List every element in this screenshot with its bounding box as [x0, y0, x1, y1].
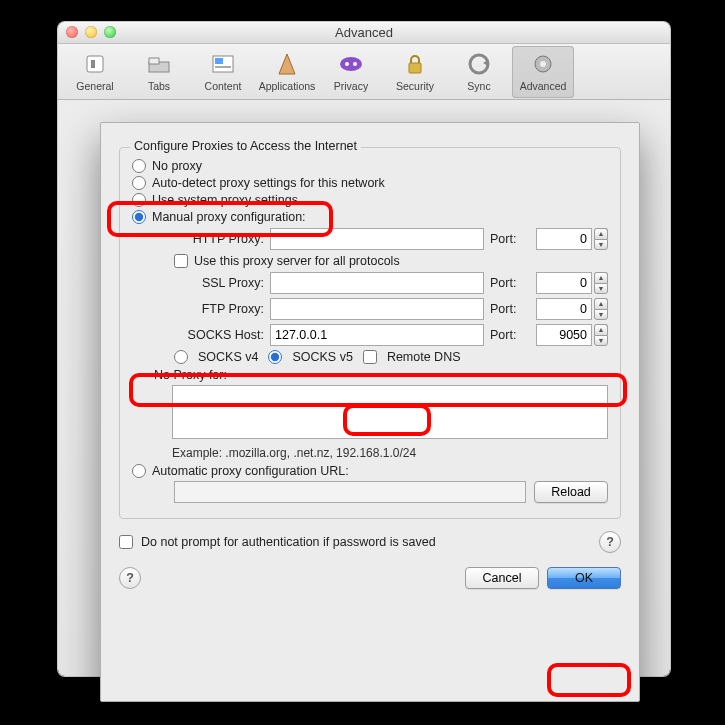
help-button[interactable]: ? — [599, 531, 621, 553]
cancel-button[interactable]: Cancel — [465, 567, 539, 589]
preferences-toolbar: General Tabs Content Applications Privac… — [58, 44, 670, 100]
radio-no-proxy[interactable] — [132, 159, 146, 173]
radio-system-proxy[interactable] — [132, 193, 146, 207]
question-mark-icon: ? — [606, 535, 614, 549]
window-titlebar: Advanced — [58, 22, 670, 44]
input-http-port[interactable] — [536, 228, 592, 250]
minimize-window-button[interactable] — [85, 26, 97, 38]
question-mark-icon: ? — [126, 571, 134, 585]
svg-point-15 — [540, 61, 546, 67]
input-ftp-proxy[interactable] — [270, 298, 484, 320]
input-ssl-proxy[interactable] — [270, 272, 484, 294]
connection-settings-dialog: Configure Proxies to Access the Internet… — [100, 122, 640, 702]
proxy-groupbox: Configure Proxies to Access the Internet… — [119, 147, 621, 519]
input-ssl-port[interactable] — [536, 272, 592, 294]
input-socks-port[interactable] — [536, 324, 592, 346]
checkbox-remote-dns[interactable] — [363, 350, 377, 364]
switch-icon — [79, 48, 111, 80]
label-ftp-port: Port: — [490, 302, 530, 316]
label-system-proxy: Use system proxy settings — [152, 193, 298, 207]
label-ssl-proxy: SSL Proxy: — [172, 276, 264, 290]
gear-icon — [527, 48, 559, 80]
label-socks-v5: SOCKS v5 — [292, 350, 352, 364]
svg-point-9 — [345, 62, 349, 66]
textarea-no-proxy-for[interactable] — [172, 385, 608, 439]
input-socks-host[interactable] — [270, 324, 484, 346]
input-ftp-port[interactable] — [536, 298, 592, 320]
stepper-ssl-port[interactable]: ▲▼ — [594, 272, 608, 294]
label-use-for-all: Use this proxy server for all protocols — [194, 254, 400, 268]
ok-button[interactable]: OK — [547, 567, 621, 589]
svg-point-8 — [340, 57, 362, 71]
stepper-ftp-port[interactable]: ▲▼ — [594, 298, 608, 320]
example-hint: Example: .mozilla.org, .net.nz, 192.168.… — [172, 446, 608, 460]
input-http-proxy[interactable] — [270, 228, 484, 250]
toolbar-tabs[interactable]: Tabs — [128, 46, 190, 98]
svg-point-10 — [353, 62, 357, 66]
label-ssl-port: Port: — [490, 276, 530, 290]
label-no-proxy: No proxy — [152, 159, 202, 173]
window-title: Advanced — [335, 25, 393, 40]
label-do-not-prompt: Do not prompt for authentication if pass… — [141, 535, 436, 549]
privacy-mask-icon — [335, 48, 367, 80]
toolbar-advanced[interactable]: Advanced — [512, 46, 574, 98]
lock-icon — [399, 48, 431, 80]
help-button-footer[interactable]: ? — [119, 567, 141, 589]
svg-rect-3 — [149, 58, 159, 64]
label-socks-port: Port: — [490, 328, 530, 342]
close-window-button[interactable] — [66, 26, 78, 38]
label-no-proxy-for: No Proxy for: — [154, 368, 264, 382]
svg-marker-13 — [483, 60, 488, 66]
stepper-http-port[interactable]: ▲▼ — [594, 228, 608, 250]
radio-socks-v5[interactable] — [268, 350, 282, 364]
radio-auto-url[interactable] — [132, 464, 146, 478]
label-auto-url: Automatic proxy configuration URL: — [152, 464, 349, 478]
label-http-port: Port: — [490, 232, 530, 246]
svg-marker-7 — [279, 54, 295, 74]
applications-icon — [271, 48, 303, 80]
label-remote-dns: Remote DNS — [387, 350, 461, 364]
label-manual-proxy: Manual proxy configuration: — [152, 210, 306, 224]
checkbox-do-not-prompt[interactable] — [119, 535, 133, 549]
radio-manual-proxy[interactable] — [132, 210, 146, 224]
highlight-ok-button — [547, 663, 631, 697]
label-auto-detect: Auto-detect proxy settings for this netw… — [152, 176, 385, 190]
tabs-icon — [143, 48, 175, 80]
toolbar-content[interactable]: Content — [192, 46, 254, 98]
svg-rect-11 — [409, 63, 421, 73]
svg-rect-5 — [215, 58, 223, 64]
toolbar-security[interactable]: Security — [384, 46, 446, 98]
label-socks-v4: SOCKS v4 — [198, 350, 258, 364]
toolbar-sync[interactable]: Sync — [448, 46, 510, 98]
checkbox-use-for-all[interactable] — [174, 254, 188, 268]
toolbar-general[interactable]: General — [64, 46, 126, 98]
svg-rect-6 — [215, 66, 231, 68]
input-auto-config-url[interactable] — [174, 481, 526, 503]
radio-auto-detect[interactable] — [132, 176, 146, 190]
groupbox-title: Configure Proxies to Access the Internet — [130, 139, 361, 153]
label-http-proxy: HTTP Proxy: — [172, 232, 264, 246]
content-icon — [207, 48, 239, 80]
toolbar-applications[interactable]: Applications — [256, 46, 318, 98]
reload-button[interactable]: Reload — [534, 481, 608, 503]
zoom-window-button[interactable] — [104, 26, 116, 38]
label-ftp-proxy: FTP Proxy: — [172, 302, 264, 316]
stepper-socks-port[interactable]: ▲▼ — [594, 324, 608, 346]
label-socks-host: SOCKS Host: — [172, 328, 264, 342]
toolbar-privacy[interactable]: Privacy — [320, 46, 382, 98]
radio-socks-v4[interactable] — [174, 350, 188, 364]
sync-icon — [463, 48, 495, 80]
svg-rect-1 — [91, 60, 95, 68]
